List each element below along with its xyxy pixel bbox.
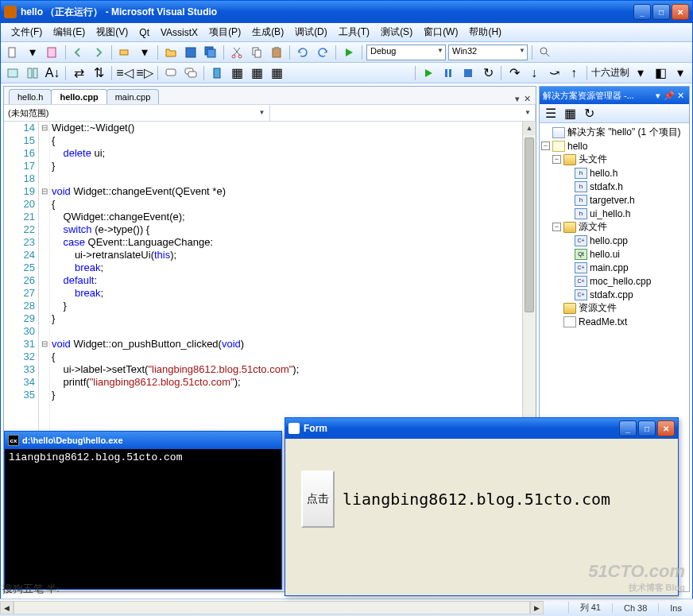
tree-headers-folder[interactable]: −头文件 [541,153,687,166]
panel-pin-button[interactable]: 📌 [664,91,675,101]
va-btn-5[interactable]: ⇅ [90,64,107,82]
copy-button[interactable] [248,44,265,61]
nav-step-button[interactable] [116,44,134,61]
save-all-button[interactable] [202,44,219,61]
add-item-button[interactable] [44,44,61,61]
dbg-stepinto-button[interactable]: ↓ [525,64,543,82]
new-item-button[interactable] [4,44,21,61]
va-btn-1[interactable] [4,64,21,82]
form-push-button[interactable]: 点击 [301,471,335,528]
va-misc-3[interactable]: ▦ [268,64,285,82]
menu-f[interactable]: 文件(F) [6,23,48,41]
menu-qt[interactable]: Qt [134,25,155,41]
tree-toggle[interactable]: − [552,155,561,164]
console-window[interactable]: cx d:\hello\Debug\hello.exe liangbing861… [4,431,282,590]
save-button[interactable] [182,44,199,61]
menu-w[interactable]: 窗口(W) [418,23,463,41]
paste-button[interactable] [268,44,285,61]
menu-s[interactable]: 测试(S) [375,23,418,41]
sln-showall-button[interactable]: ▦ [561,105,579,122]
scope-right-dropdown[interactable] [270,105,536,121]
menu-e[interactable]: 编辑(E) [48,23,91,41]
tree-file-main-cpp[interactable]: C+main.cpp [541,261,687,274]
dbg-stop-button[interactable] [459,64,477,82]
va-misc-2[interactable]: ▦ [248,64,265,82]
form-titlebar[interactable]: Form _ □ ✕ [285,418,678,439]
bookmark-button[interactable] [208,64,226,82]
open-button[interactable] [162,44,180,61]
menu-b[interactable]: 生成(B) [246,23,289,41]
va-misc-1[interactable]: ▦ [228,64,246,82]
platform-dropdown[interactable]: Win32 [448,45,528,60]
form-close-button[interactable]: ✕ [657,420,675,436]
dbg-misc-2[interactable]: ▾ [672,64,689,82]
va-btn-2[interactable] [24,64,41,82]
panel-menu-button[interactable]: ▾ [652,91,664,101]
tree-solution[interactable]: 解决方案 "hello" (1 个项目) [541,126,687,139]
indent-out-button[interactable]: ≡◁ [116,64,134,82]
maximize-button[interactable]: □ [652,4,670,20]
solution-panel-header[interactable]: 解决方案资源管理器 -... ▾ 📌 ✕ [540,87,689,104]
tab-hello-cpp[interactable]: hello.cpp [51,89,106,104]
scope-left-dropdown[interactable]: (未知范围) [4,105,270,121]
tree-resources-folder[interactable]: 资源文件 [541,301,687,315]
tree-file-targetver-h[interactable]: htargetver.h [541,193,687,207]
dbg-stepover-button[interactable]: ⤻ [545,64,563,82]
tab-dropdown-button[interactable]: ▾ [515,94,520,104]
hscroll-track[interactable] [14,601,530,614]
tree-file-readme[interactable]: ReadMe.txt [541,315,687,328]
dbg-stepnext-button[interactable]: ↷ [505,64,523,82]
tree-file-stdafx-cpp[interactable]: C+stdafx.cpp [541,288,687,301]
menu-d[interactable]: 调试(D) [289,23,333,41]
scroll-thumb[interactable] [525,138,534,312]
hex-toggle[interactable]: ▾ [632,64,649,82]
va-btn-3[interactable]: A↓ [44,64,61,82]
form-maximize-button[interactable]: □ [638,420,656,436]
tree-file-ui_hello-h[interactable]: hui_hello.h [541,207,687,220]
nav-step2-button[interactable]: ▾ [136,44,153,61]
console-titlebar[interactable]: cx d:\hello\Debug\hello.exe [5,432,281,449]
nav-back-button[interactable] [70,44,87,61]
nav-fwd-button[interactable] [90,44,107,61]
close-button[interactable]: ✕ [672,4,689,20]
form-minimize-button[interactable]: _ [619,420,637,436]
dbg-pause-button[interactable] [439,64,457,82]
panel-close-button[interactable]: ✕ [675,91,686,101]
menu-p[interactable]: 项目(P) [203,23,246,41]
tab-close-button[interactable]: ✕ [524,94,531,104]
tab-main-cpp[interactable]: main.cpp [106,89,160,104]
redo-button[interactable] [314,44,331,61]
cut-button[interactable] [228,44,246,61]
form-window[interactable]: Form _ □ ✕ 点击 liangbing8612.blog.51cto.c… [285,417,679,596]
menu-h[interactable]: 帮助(H) [463,23,507,41]
menu-v[interactable]: 视图(V) [91,23,134,41]
uncomment-button[interactable] [182,64,199,82]
menu-vassistx[interactable]: VAssistX [155,25,203,41]
dbg-continue-button[interactable] [420,64,437,82]
tree-file-hello-h[interactable]: hhello.h [541,166,687,180]
tree-file-moc_hello-cpp[interactable]: C+moc_hello.cpp [541,274,687,288]
hscroll-right[interactable]: ▶ [530,601,544,614]
tree-file-stdafx-h[interactable]: hstdafx.h [541,180,687,193]
tree-toggle[interactable]: − [541,141,550,150]
scroll-up-button[interactable]: ▲ [523,122,536,135]
title-bar[interactable]: hello （正在运行） - Microsoft Visual Studio _… [1,1,692,23]
start-debug-button[interactable] [340,44,358,61]
tree-project[interactable]: −hello [541,139,687,153]
undo-button[interactable] [294,44,312,61]
tree-file-hello-cpp[interactable]: C+hello.cpp [541,234,687,247]
sln-refresh-button[interactable]: ↻ [580,105,598,122]
dbg-restart-button[interactable]: ↻ [479,64,497,82]
find-button[interactable] [536,44,554,61]
indent-in-button[interactable]: ≡▷ [136,64,153,82]
menu-t[interactable]: 工具(T) [333,23,375,41]
config-dropdown[interactable]: Debug [366,45,446,60]
va-btn-4[interactable]: ⇄ [70,64,87,82]
tree-toggle[interactable]: − [552,223,561,231]
comment-button[interactable] [162,64,180,82]
dbg-stepout-button[interactable]: ↑ [565,64,583,82]
sln-props-button[interactable]: ☰ [542,105,559,122]
minimize-button[interactable]: _ [633,4,651,20]
hscroll-left[interactable]: ◀ [0,601,14,614]
new-dropdown-button[interactable]: ▾ [24,44,41,61]
